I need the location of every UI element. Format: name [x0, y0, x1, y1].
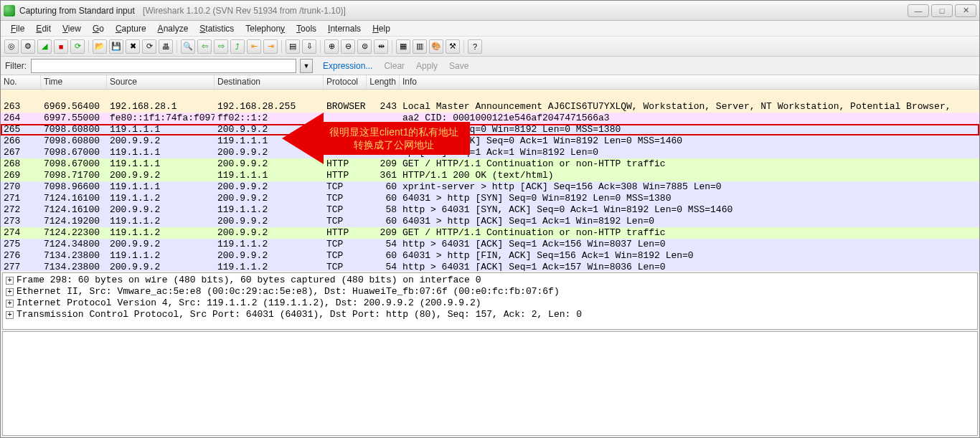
packet-row[interactable]: 2636969.56400192.168.28.1192.168.28.255B…	[1, 101, 979, 113]
packet-row[interactable]: 2717124.16100119.1.1.2200.9.9.2TCP606403…	[1, 193, 979, 204]
col-protocol[interactable]: Protocol	[324, 75, 367, 89]
expander-icon[interactable]: +	[6, 311, 14, 319]
filter-apply[interactable]: Apply	[416, 61, 438, 71]
menu-analyze[interactable]: Analyze	[152, 22, 194, 35]
options-icon[interactable]: ⚙	[21, 39, 35, 54]
packet-row[interactable]: 2667098.60800200.9.9.2119.1.1.1ver [SYN,…	[1, 135, 979, 147]
detail-line: Frame 298: 60 bytes on wire (480 bits), …	[17, 275, 481, 285]
expander-icon[interactable]: +	[6, 300, 14, 308]
packet-cell: xprint-server > http [ACK] Seq=156 Ack=3…	[400, 181, 979, 193]
packet-cell: 64031 > http [FIN, ACK] Seq=156 Ack=1 Wi…	[400, 250, 979, 262]
packet-row[interactable]: 2747124.22300119.1.1.2200.9.9.2HTTP209GE…	[1, 227, 979, 239]
auto-scroll-icon[interactable]: ⇩	[302, 39, 316, 54]
menu-view[interactable]: View	[57, 22, 87, 35]
interfaces-icon[interactable]: ◎	[4, 39, 19, 54]
start-capture-icon[interactable]: ◢	[37, 39, 52, 54]
packet-row[interactable]: 2657098.60800119.1.1.1200.9.9.2ttp [SYN]…	[1, 124, 979, 135]
preferences-icon[interactable]: ⚒	[446, 39, 460, 54]
close-file-icon[interactable]: ✖	[126, 39, 140, 54]
packet-row[interactable]: 2737124.19200119.1.1.2200.9.9.2TCP606403…	[1, 216, 979, 227]
packet-cell: 7124.16100	[41, 204, 107, 216]
go-back-icon[interactable]: ⇦	[197, 39, 212, 54]
zoom-out-icon[interactable]: ⊖	[341, 39, 355, 54]
col-length[interactable]: Length	[367, 75, 400, 89]
packet-cell: 269	[1, 170, 41, 181]
packet-row[interactable]: 2777134.23800200.9.9.2119.1.1.2TCP54http…	[1, 262, 979, 271]
zoom-reset-icon[interactable]: ⊜	[357, 39, 372, 54]
col-source[interactable]: Source	[107, 75, 215, 89]
col-no[interactable]: No.	[1, 75, 41, 89]
restart-capture-icon[interactable]: ⟳	[70, 39, 85, 54]
packet-cell: TCP	[324, 262, 367, 271]
find-icon[interactable]: 🔍	[181, 39, 195, 54]
close-button[interactable]: ✕	[955, 4, 976, 17]
packet-row[interactable]: 2677098.67000119.1.1.1200.9.9.2tp [ACK] …	[1, 147, 979, 158]
packet-row[interactable]	[1, 90, 979, 101]
stop-capture-icon[interactable]: ■	[54, 39, 68, 54]
packet-cell: GET / HTTP/1.1 Continuation or non-HTTP …	[400, 227, 979, 239]
print-icon[interactable]: 🖶	[159, 39, 173, 54]
menu-tools[interactable]: Tools	[291, 22, 322, 35]
packet-cell: http > 64031 [ACK] Seq=1 Ack=156 Win=803…	[400, 239, 979, 250]
help-icon[interactable]: ?	[468, 39, 482, 54]
filter-save[interactable]: Save	[449, 61, 468, 71]
go-first-icon[interactable]: ⇤	[247, 39, 261, 54]
expander-icon[interactable]: +	[6, 288, 14, 296]
detail-line: Internet Protocol Version 4, Src: 119.1.…	[17, 297, 481, 308]
menu-help[interactable]: Help	[367, 22, 396, 35]
menu-go[interactable]: Go	[87, 22, 110, 35]
filter-input[interactable]	[31, 59, 296, 73]
packet-details[interactable]: +Frame 298: 60 bytes on wire (480 bits),…	[2, 272, 978, 330]
zoom-in-icon[interactable]: ⊕	[324, 39, 339, 54]
packet-cell: TCP	[324, 204, 367, 216]
title-bar: Capturing from Standard input [Wireshark…	[1, 1, 979, 21]
open-file-icon[interactable]: 📂	[93, 39, 107, 54]
go-last-icon[interactable]: ⇥	[263, 39, 278, 54]
packet-cell: 192.168.28.255	[215, 101, 324, 113]
packet-row[interactable]: 2707098.96600119.1.1.1200.9.9.2TCP60xpri…	[1, 181, 979, 193]
reload-icon[interactable]: ⟳	[142, 39, 156, 54]
packet-cell: 275	[1, 239, 41, 250]
packet-row[interactable]: 2727124.16100200.9.9.2119.1.1.2TCP58http…	[1, 204, 979, 216]
coloring-rules-icon[interactable]: 🎨	[429, 39, 443, 54]
go-forward-icon[interactable]: ⇨	[214, 39, 228, 54]
packet-row[interactable]: 2767134.23800119.1.1.2200.9.9.2TCP606403…	[1, 250, 979, 262]
menu-capture[interactable]: Capture	[110, 22, 152, 35]
menu-telephony[interactable]: Telephony	[240, 22, 291, 35]
annotation-line2: 转换成了公网地址	[354, 138, 434, 151]
save-file-icon[interactable]: 💾	[109, 39, 123, 54]
packet-cell	[41, 90, 107, 101]
filter-expression-link[interactable]: Expression...	[323, 61, 372, 71]
packet-cell	[400, 90, 979, 101]
resize-columns-icon[interactable]: ⇹	[374, 39, 388, 54]
minimize-button[interactable]: —	[908, 4, 929, 17]
packet-cell: 7098.71700	[41, 170, 107, 181]
colorize-icon[interactable]: ▤	[286, 39, 300, 54]
packet-bytes-pane[interactable]	[2, 331, 978, 436]
col-time[interactable]: Time	[41, 75, 107, 89]
packet-row[interactable]: 2757124.34800200.9.9.2119.1.1.2TCP54http…	[1, 239, 979, 250]
display-filters-icon[interactable]: ▥	[413, 39, 427, 54]
capture-filters-icon[interactable]: ▦	[396, 39, 410, 54]
packet-row[interactable]: 2697098.71700200.9.9.2119.1.1.1HTTP361HT…	[1, 170, 979, 181]
expander-icon[interactable]: +	[6, 277, 14, 285]
maximize-button[interactable]: □	[931, 4, 953, 17]
packet-list[interactable]: 2636969.56400192.168.28.1192.168.28.255B…	[1, 90, 979, 271]
window-title: Capturing from Standard input [Wireshark…	[19, 6, 908, 16]
filter-dropdown-icon[interactable]: ▼	[300, 59, 313, 73]
arrow-head-icon	[282, 113, 324, 164]
col-destination[interactable]: Destination	[215, 75, 324, 89]
packet-cell: tp [ACK] Seq=1 Ack=1 Win=8192 Len=0	[400, 147, 979, 158]
packet-cell: 119.1.1.2	[215, 204, 324, 216]
packet-cell: 119.1.1.1	[107, 124, 215, 135]
packet-row[interactable]: 2646997.55000fe80::1f1:74fa:f097ff02::1:…	[1, 113, 979, 124]
go-to-packet-icon[interactable]: ⤴	[230, 39, 245, 54]
packet-cell: 7124.22300	[41, 227, 107, 239]
col-info[interactable]: Info	[400, 75, 979, 89]
packet-row[interactable]: 2687098.67000119.1.1.1200.9.9.2HTTP209GE…	[1, 158, 979, 170]
menu-internals[interactable]: Internals	[322, 22, 367, 35]
menu-statistics[interactable]: Statistics	[194, 22, 240, 35]
menu-edit[interactable]: Edit	[30, 22, 57, 35]
menu-file[interactable]: File	[5, 22, 30, 35]
filter-clear[interactable]: Clear	[384, 61, 405, 71]
